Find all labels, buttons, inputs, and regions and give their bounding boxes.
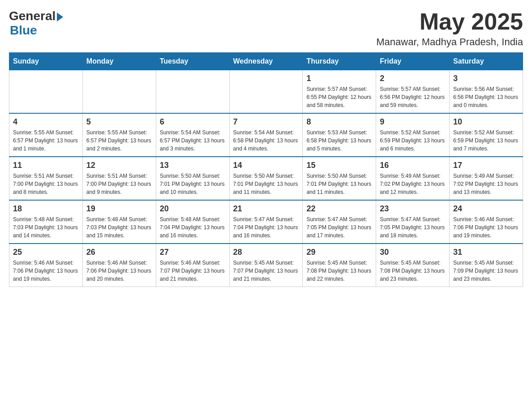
calendar-cell: 11Sunrise: 5:51 AM Sunset: 7:00 PM Dayli…: [9, 157, 83, 200]
calendar-cell: [9, 70, 83, 114]
calendar-cell: 29Sunrise: 5:45 AM Sunset: 7:08 PM Dayli…: [303, 244, 376, 287]
calendar-week-row: 18Sunrise: 5:48 AM Sunset: 7:03 PM Dayli…: [9, 200, 523, 244]
calendar-cell: 12Sunrise: 5:51 AM Sunset: 7:00 PM Dayli…: [82, 157, 156, 200]
calendar-cell: 31Sunrise: 5:45 AM Sunset: 7:09 PM Dayli…: [450, 244, 523, 287]
day-info: Sunrise: 5:48 AM Sunset: 7:03 PM Dayligh…: [86, 215, 152, 240]
day-info: Sunrise: 5:51 AM Sunset: 7:00 PM Dayligh…: [86, 172, 152, 196]
calendar-cell: 17Sunrise: 5:49 AM Sunset: 7:02 PM Dayli…: [450, 157, 523, 200]
day-info: Sunrise: 5:55 AM Sunset: 6:57 PM Dayligh…: [86, 128, 152, 153]
day-info: Sunrise: 5:54 AM Sunset: 6:57 PM Dayligh…: [160, 128, 226, 153]
day-of-week-header: Friday: [376, 53, 450, 70]
calendar-cell: 4Sunrise: 5:55 AM Sunset: 6:57 PM Daylig…: [9, 113, 83, 157]
calendar-cell: 23Sunrise: 5:47 AM Sunset: 7:05 PM Dayli…: [376, 200, 450, 244]
day-info: Sunrise: 5:49 AM Sunset: 7:02 PM Dayligh…: [453, 172, 519, 196]
calendar-cell: 5Sunrise: 5:55 AM Sunset: 6:57 PM Daylig…: [82, 113, 156, 157]
day-number: 9: [380, 117, 446, 127]
calendar-week-row: 1Sunrise: 5:57 AM Sunset: 6:55 PM Daylig…: [9, 70, 523, 114]
day-of-week-header: Saturday: [450, 53, 523, 70]
day-number: 16: [380, 161, 446, 170]
calendar-cell: 20Sunrise: 5:48 AM Sunset: 7:04 PM Dayli…: [156, 200, 229, 244]
calendar-cell: 26Sunrise: 5:46 AM Sunset: 7:06 PM Dayli…: [82, 244, 156, 287]
calendar-cell: [229, 70, 303, 114]
day-number: 14: [233, 161, 299, 170]
day-number: 8: [306, 117, 372, 127]
day-info: Sunrise: 5:57 AM Sunset: 6:56 PM Dayligh…: [380, 85, 446, 109]
day-number: 11: [13, 161, 79, 170]
day-info: Sunrise: 5:51 AM Sunset: 7:00 PM Dayligh…: [13, 172, 79, 196]
day-number: 27: [160, 248, 226, 257]
calendar-cell: 6Sunrise: 5:54 AM Sunset: 6:57 PM Daylig…: [156, 113, 229, 157]
day-number: 30: [380, 248, 446, 257]
day-info: Sunrise: 5:47 AM Sunset: 7:05 PM Dayligh…: [306, 215, 372, 240]
calendar-cell: 22Sunrise: 5:47 AM Sunset: 7:05 PM Dayli…: [303, 200, 376, 244]
month-title: May 2025: [376, 9, 523, 34]
day-number: 2: [380, 74, 446, 83]
calendar-cell: [82, 70, 156, 114]
day-number: 7: [233, 117, 299, 127]
day-info: Sunrise: 5:46 AM Sunset: 7:06 PM Dayligh…: [86, 259, 152, 283]
logo-arrow-icon: [57, 13, 63, 21]
day-of-week-header: Wednesday: [229, 53, 303, 70]
day-info: Sunrise: 5:45 AM Sunset: 7:09 PM Dayligh…: [453, 259, 519, 283]
day-info: Sunrise: 5:46 AM Sunset: 7:07 PM Dayligh…: [160, 259, 226, 283]
day-info: Sunrise: 5:48 AM Sunset: 7:04 PM Dayligh…: [160, 215, 226, 240]
calendar-cell: 7Sunrise: 5:54 AM Sunset: 6:58 PM Daylig…: [229, 113, 303, 157]
day-number: 6: [160, 117, 226, 127]
calendar-cell: 8Sunrise: 5:53 AM Sunset: 6:58 PM Daylig…: [303, 113, 376, 157]
calendar-cell: 25Sunrise: 5:46 AM Sunset: 7:06 PM Dayli…: [9, 244, 83, 287]
day-info: Sunrise: 5:45 AM Sunset: 7:07 PM Dayligh…: [233, 259, 299, 283]
day-info: Sunrise: 5:47 AM Sunset: 7:05 PM Dayligh…: [380, 215, 446, 240]
calendar-cell: 19Sunrise: 5:48 AM Sunset: 7:03 PM Dayli…: [82, 200, 156, 244]
calendar-week-row: 25Sunrise: 5:46 AM Sunset: 7:06 PM Dayli…: [9, 244, 523, 287]
day-number: 1: [306, 74, 372, 83]
day-of-week-header: Tuesday: [156, 53, 229, 70]
day-of-week-header: Monday: [82, 53, 156, 70]
calendar-cell: 10Sunrise: 5:52 AM Sunset: 6:59 PM Dayli…: [450, 113, 523, 157]
day-number: 21: [233, 204, 299, 214]
day-number: 13: [160, 161, 226, 170]
day-number: 12: [86, 161, 152, 170]
day-info: Sunrise: 5:46 AM Sunset: 7:06 PM Dayligh…: [453, 215, 519, 240]
calendar-cell: 24Sunrise: 5:46 AM Sunset: 7:06 PM Dayli…: [450, 200, 523, 244]
logo: General Blue: [9, 9, 63, 38]
calendar-cell: 3Sunrise: 5:56 AM Sunset: 6:56 PM Daylig…: [450, 70, 523, 114]
day-number: 19: [86, 204, 152, 214]
calendar-week-row: 4Sunrise: 5:55 AM Sunset: 6:57 PM Daylig…: [9, 113, 523, 157]
day-info: Sunrise: 5:48 AM Sunset: 7:03 PM Dayligh…: [13, 215, 79, 240]
calendar-cell: 15Sunrise: 5:50 AM Sunset: 7:01 PM Dayli…: [303, 157, 376, 200]
day-number: 20: [160, 204, 226, 214]
logo-blue-text: Blue: [10, 23, 37, 38]
day-number: 4: [13, 117, 79, 127]
day-number: 5: [86, 117, 152, 127]
calendar-cell: 13Sunrise: 5:50 AM Sunset: 7:01 PM Dayli…: [156, 157, 229, 200]
day-of-week-header: Sunday: [9, 53, 83, 70]
day-info: Sunrise: 5:45 AM Sunset: 7:08 PM Dayligh…: [380, 259, 446, 283]
day-info: Sunrise: 5:54 AM Sunset: 6:58 PM Dayligh…: [233, 128, 299, 153]
day-info: Sunrise: 5:49 AM Sunset: 7:02 PM Dayligh…: [380, 172, 446, 196]
day-number: 23: [380, 204, 446, 214]
day-info: Sunrise: 5:45 AM Sunset: 7:08 PM Dayligh…: [306, 259, 372, 283]
location-title: Manawar, Madhya Pradesh, India: [376, 36, 523, 48]
calendar-cell: 14Sunrise: 5:50 AM Sunset: 7:01 PM Dayli…: [229, 157, 303, 200]
calendar-cell: 1Sunrise: 5:57 AM Sunset: 6:55 PM Daylig…: [303, 70, 376, 114]
day-number: 17: [453, 161, 519, 170]
calendar-cell: 9Sunrise: 5:52 AM Sunset: 6:59 PM Daylig…: [376, 113, 450, 157]
day-info: Sunrise: 5:52 AM Sunset: 6:59 PM Dayligh…: [380, 128, 446, 153]
calendar-cell: 16Sunrise: 5:49 AM Sunset: 7:02 PM Dayli…: [376, 157, 450, 200]
day-number: 25: [13, 248, 79, 257]
day-info: Sunrise: 5:50 AM Sunset: 7:01 PM Dayligh…: [160, 172, 226, 196]
day-info: Sunrise: 5:50 AM Sunset: 7:01 PM Dayligh…: [233, 172, 299, 196]
day-of-week-header: Thursday: [303, 53, 376, 70]
calendar-cell: 2Sunrise: 5:57 AM Sunset: 6:56 PM Daylig…: [376, 70, 450, 114]
calendar-cell: 30Sunrise: 5:45 AM Sunset: 7:08 PM Dayli…: [376, 244, 450, 287]
calendar-cell: 28Sunrise: 5:45 AM Sunset: 7:07 PM Dayli…: [229, 244, 303, 287]
day-info: Sunrise: 5:53 AM Sunset: 6:58 PM Dayligh…: [306, 128, 372, 153]
day-number: 15: [306, 161, 372, 170]
day-info: Sunrise: 5:57 AM Sunset: 6:55 PM Dayligh…: [306, 85, 372, 109]
page-header: General Blue May 2025 Manawar, Madhya Pr…: [9, 9, 523, 48]
day-number: 10: [453, 117, 519, 127]
day-number: 29: [306, 248, 372, 257]
day-info: Sunrise: 5:50 AM Sunset: 7:01 PM Dayligh…: [306, 172, 372, 196]
day-number: 22: [306, 204, 372, 214]
day-info: Sunrise: 5:55 AM Sunset: 6:57 PM Dayligh…: [13, 128, 79, 153]
